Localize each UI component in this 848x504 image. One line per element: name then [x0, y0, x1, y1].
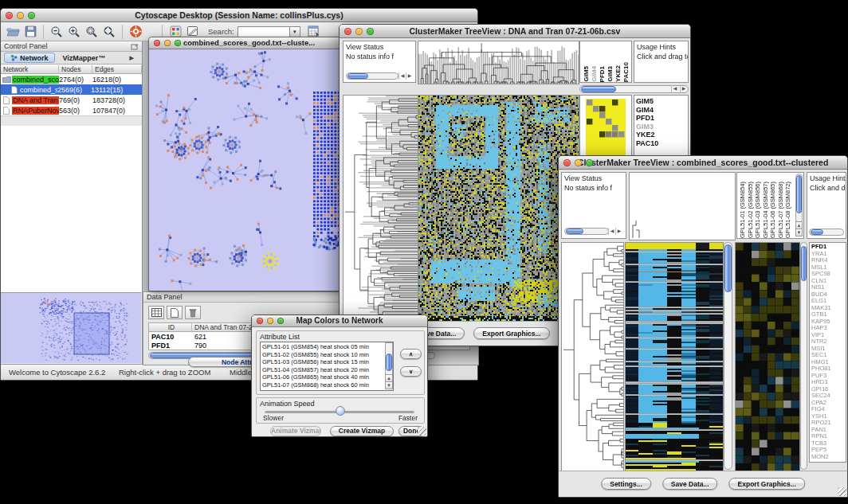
search-input[interactable] [238, 26, 290, 37]
attribute-item[interactable]: GPL51-06 (GSM865) heat shock 40 min [261, 373, 384, 381]
treeview-action-button[interactable]: Save Data... [662, 478, 718, 490]
column-label[interactable]: GPL51-04 (GSM857) [762, 182, 770, 238]
attribute-listbox[interactable]: GPL51-01 (GSM854) heat shock 05 minGPL51… [260, 342, 394, 391]
usage-hints-hscrollbar[interactable] [809, 229, 844, 236]
column-label[interactable]: PFD1 [599, 66, 607, 82]
scroll-right-button[interactable] [406, 72, 413, 80]
column-label[interactable]: GPL51-03 (GSM856) [754, 182, 762, 238]
column-label[interactable]: GIM3 [607, 66, 614, 82]
network-window-titlebar[interactable]: combined_scores_good.txt--cluste... [149, 37, 349, 49]
move-up-button[interactable]: ∧ [400, 349, 422, 359]
zoom-button[interactable] [586, 159, 593, 166]
network-table-header[interactable]: Network Nodes Edges [1, 64, 142, 74]
minimize-button[interactable] [17, 12, 24, 19]
attribute-item[interactable]: GPL51-04 (GSM857) heat shock 20 min [261, 366, 384, 374]
scrollbar-thumb[interactable] [796, 175, 802, 213]
zoom-out-button[interactable] [48, 24, 65, 40]
gene-label[interactable]: YKE2 [634, 131, 688, 139]
scroll-down-button[interactable] [795, 229, 803, 236]
close-button[interactable] [6, 12, 13, 19]
attribute-item[interactable]: GPL51-02 (GSM855) heat shock 10 min [261, 351, 384, 359]
scroll-left-button[interactable] [398, 72, 406, 80]
column-label[interactable]: GIM5 [583, 66, 591, 82]
gene-label[interactable]: GIM3 [634, 123, 688, 131]
minimize-button[interactable] [267, 318, 273, 324]
scroll-right-button[interactable] [615, 228, 622, 235]
heatmap-canvas[interactable] [418, 95, 579, 322]
heatmap-vscrollbar[interactable] [724, 242, 732, 470]
network-list-row[interactable]: DNA and Tran 07769(0)183728(0) [1, 95, 142, 105]
treeview-combined-titlebar[interactable]: ClusterMaker TreeView : combined_scores_… [559, 156, 847, 170]
treeview-action-button[interactable]: Export Graphics... [729, 478, 805, 490]
column-label[interactable]: YKE2 [614, 65, 622, 82]
attribute-vscrollbar[interactable] [385, 342, 393, 376]
attribute-item[interactable]: GPL51-01 (GSM854) heat shock 05 min [261, 343, 384, 351]
row-dendrogram[interactable] [343, 95, 418, 322]
scroll-right-button[interactable] [680, 85, 687, 92]
labels-vscrollbar[interactable] [795, 174, 803, 223]
column-label[interactable]: PAC10 [622, 62, 630, 82]
new-attribute-icon[interactable] [167, 306, 183, 319]
treeview-action-button[interactable]: Settings... [601, 478, 651, 490]
move-down-button[interactable]: ∨ [400, 366, 422, 377]
minimize-button[interactable] [164, 40, 171, 46]
close-button[interactable] [154, 40, 160, 46]
column-label[interactable]: GPL51-08 (GSM872) [784, 182, 792, 238]
view-status-hscrollbar[interactable] [564, 228, 609, 235]
create-vizmap-button[interactable]: Create Vizmap [330, 426, 394, 436]
help-lifesaver-icon[interactable] [127, 24, 144, 40]
heatmap-canvas[interactable] [625, 242, 724, 471]
scroll-left-button[interactable] [608, 228, 615, 235]
scrollbar-thumb[interactable] [724, 244, 732, 292]
network-list-row[interactable]: RNAPuberNov2+563(0)107847(0) [1, 105, 142, 115]
zoom-button[interactable] [28, 12, 35, 19]
gene-label[interactable]: GIM5 [634, 97, 688, 106]
zoom-button[interactable] [367, 28, 374, 35]
close-button[interactable] [344, 28, 351, 35]
network-list-row[interactable]: combined_sco2569(6)13112(15) [1, 84, 142, 95]
column-label[interactable]: GPL51-02 (GSM855) [747, 182, 755, 238]
select-attributes-icon[interactable] [148, 306, 164, 319]
treeview-dna-titlebar[interactable]: ClusterMaker TreeView : DNA and Tran 07-… [340, 25, 690, 38]
close-button[interactable] [563, 159, 571, 166]
tab-network[interactable]: Network [4, 53, 55, 63]
attribute-item[interactable]: GPL51-07 (GSM868) heat shock 60 min [261, 381, 384, 389]
network-canvas[interactable] [149, 49, 349, 291]
gene-label[interactable]: GIM4 [634, 106, 688, 115]
zoom-fit-button[interactable] [100, 24, 118, 40]
resize-grip[interactable] [418, 427, 426, 436]
close-button[interactable] [257, 318, 263, 324]
map-dialog-titlebar[interactable]: Map Colors to Network [252, 315, 427, 327]
zoom-button[interactable] [277, 318, 284, 324]
main-titlebar[interactable]: Cytoscape Desktop (Session Name: collins… [1, 9, 477, 22]
row-dendrogram[interactable] [561, 242, 624, 471]
column-dendrogram[interactable] [418, 41, 579, 84]
tab-vizmapper[interactable]: VizMapper™ [57, 53, 112, 63]
zoom-selected-button[interactable] [83, 24, 100, 40]
column-label[interactable]: GPL51-01 (GSM854) [739, 182, 747, 238]
minimize-button[interactable] [575, 159, 582, 166]
network-list-row[interactable]: combined_scores2764(0)16218(0) [1, 74, 142, 84]
scrollbar-thumb[interactable] [801, 246, 807, 281]
attribute-item[interactable]: GPL51-03 (GSM856) heat shock 15 min [261, 358, 384, 366]
search-dropdown-button[interactable]: ▼ [290, 26, 300, 37]
zoom-in-button[interactable] [65, 24, 83, 40]
float-panel-icon[interactable] [131, 39, 139, 53]
delete-attribute-trash-icon[interactable] [185, 306, 201, 319]
tab-overflow-button[interactable] [124, 53, 140, 63]
gene-label[interactable]: PFD1 [634, 114, 688, 123]
scroll-down-button[interactable] [385, 381, 393, 389]
gene-label[interactable]: MON2 [810, 454, 846, 461]
column-label[interactable]: GPL51-07 (GSM868) [777, 182, 785, 238]
gene-label[interactable]: PAC10 [634, 139, 688, 148]
birds-eye-view[interactable] [1, 292, 141, 363]
speed-slider-thumb[interactable] [336, 406, 345, 416]
minimize-button[interactable] [355, 28, 363, 35]
scrollbar-thumb[interactable] [566, 229, 583, 234]
treeview-action-button[interactable]: Export Graphics... [473, 327, 549, 339]
animate-vizmap-button[interactable]: Animate Vizmap [270, 426, 321, 436]
scrollbar-thumb[interactable] [581, 86, 616, 92]
save-button[interactable] [22, 24, 39, 40]
zoom-heatmap-canvas[interactable] [735, 242, 800, 471]
column-label[interactable]: GIM4 [591, 66, 599, 82]
